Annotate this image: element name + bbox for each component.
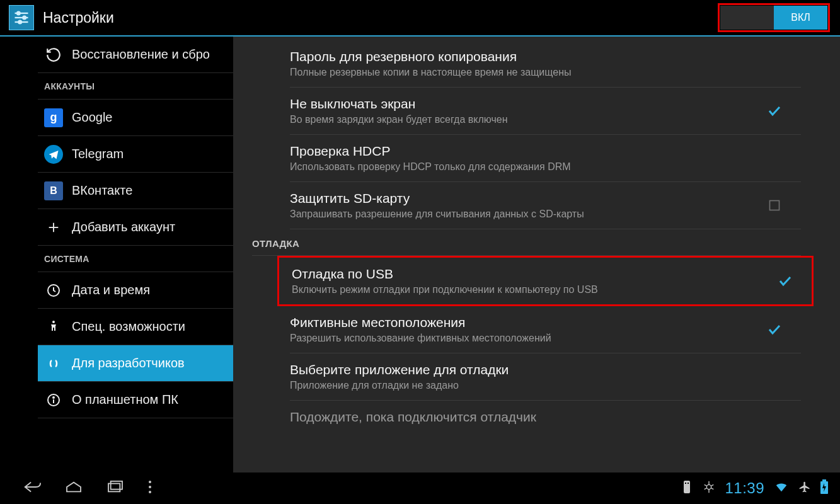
sidebar-item-label: О планшетном ПК [72,392,178,407]
option-select-debug-app[interactable]: Выберите приложение для отладки Приложен… [290,353,801,401]
svg-point-4 [23,16,26,20]
svg-rect-20 [688,483,689,484]
status-clock: 11:39 [725,479,764,497]
sidebar-item-telegram[interactable]: Telegram [38,136,233,173]
option-title: Отладка по USB [292,266,778,282]
google-icon: g [44,108,63,127]
sidebar-item-developer[interactable]: Для разработчиков [38,345,233,382]
checkbox-unchecked-icon[interactable] [767,198,782,213]
settings-sidebar: Восстановление и сбро АККАУНТЫ g Google … [0,37,233,472]
svg-point-21 [707,484,711,489]
svg-point-17 [149,491,151,493]
sidebar-item-recovery[interactable]: Восстановление и сбро [38,37,233,73]
dev-options-toggle[interactable]: ВКЛ [720,6,827,30]
section-label-debug: ОТЛАДКА [252,229,801,256]
svg-line-25 [711,488,714,490]
status-adb-icon [702,479,716,497]
option-subtitle: Запрашивать разрешение для считывания да… [290,209,767,220]
backup-restore-icon [44,45,63,64]
svg-line-27 [711,484,714,486]
sidebar-item-label: Telegram [72,147,124,161]
sidebar-item-add-account[interactable]: Добавить аккаунт [38,209,233,246]
sidebar-item-label: Спец. возможности [72,319,185,334]
status-airplane-icon [798,481,811,496]
developer-icon [44,354,63,373]
clock-icon [44,281,63,300]
nav-recent-button[interactable] [95,480,136,496]
status-usb-icon [681,479,693,497]
status-battery-charging-icon [820,479,829,497]
option-mock-locations[interactable]: Фиктивные местоположения Разрешить испол… [290,306,801,353]
option-subtitle: Полные резервные копии в настоящее время… [290,67,782,78]
option-subtitle: Включить режим отладки при подключении к… [292,284,778,295]
svg-point-15 [149,481,151,483]
svg-point-16 [149,486,151,488]
developer-options-panel: Пароль для резервного копирования Полные… [233,37,840,472]
sidebar-item-about[interactable]: О планшетном ПК [38,382,233,418]
svg-rect-29 [822,479,826,481]
option-subtitle: Разрешить использование фиктивных местоп… [290,333,767,344]
option-stay-awake[interactable]: Не выключать экран Во время зарядки экра… [290,88,801,135]
sidebar-category-accounts: АККАУНТЫ [38,73,233,100]
svg-point-5 [18,21,21,24]
sidebar-item-label: Google [72,110,113,125]
sidebar-item-label: Восстановление и сбро [72,47,210,62]
accessibility-icon [44,318,63,336]
settings-header: Настройки ВКЛ [0,0,840,37]
option-title: Не выключать экран [290,96,767,112]
option-subtitle: Использовать проверку HDCP только для со… [290,161,782,173]
option-title: Пароль для резервного копирования [290,49,782,64]
settings-app-icon [9,5,34,30]
checkbox-checked-icon[interactable] [767,103,782,118]
plus-icon [44,218,63,237]
option-title: Подождите, пока подключится отладчик [290,410,782,425]
svg-rect-19 [685,483,686,484]
info-icon [44,391,63,410]
telegram-icon [44,145,63,164]
sidebar-item-label: Дата и время [72,283,150,297]
option-usb-debugging[interactable]: Отладка по USB Включить режим отладки пр… [277,256,814,306]
nav-home-button[interactable] [53,480,95,496]
nav-back-button[interactable] [11,479,53,497]
svg-rect-18 [684,481,690,493]
nav-menu-button[interactable] [136,479,164,497]
option-wait-debugger[interactable]: Подождите, пока подключится отладчик [290,401,801,436]
option-title: Выберите приложение для отладки [290,362,782,377]
sidebar-item-label: ВКонтакте [72,183,132,198]
checkbox-checked-icon[interactable] [778,273,793,289]
sidebar-item-vk[interactable]: B ВКонтакте [38,173,233,209]
system-navbar: 11:39 [0,472,840,504]
option-subtitle: Во время зарядки экран будет всегда вклю… [290,114,767,125]
option-title: Фиктивные местоположения [290,315,767,330]
option-backup-password[interactable]: Пароль для резервного копирования Полные… [290,40,801,88]
sidebar-item-google[interactable]: g Google [38,100,233,136]
toggle-on-label: ВКЛ [774,6,827,30]
option-subtitle: Приложение для отладки не задано [290,380,782,391]
option-protect-sd[interactable]: Защитить SD-карту Запрашивать разрешение… [290,182,801,229]
sidebar-item-accessibility[interactable]: Спец. возможности [38,309,233,345]
dev-options-toggle-highlight: ВКЛ [718,3,830,32]
vk-icon: B [44,181,63,200]
option-title: Защитить SD-карту [290,191,767,206]
sidebar-item-label: Добавить аккаунт [72,220,175,234]
option-title: Проверка HDCP [290,144,782,159]
checkbox-checked-icon[interactable] [767,322,782,337]
page-title: Настройки [43,9,114,26]
svg-point-3 [17,12,20,15]
sidebar-category-system: СИСТЕМА [38,246,233,272]
status-wifi-icon [773,480,790,496]
option-hdcp[interactable]: Проверка HDCP Использовать проверку HDCP… [290,135,801,182]
sidebar-item-label: Для разработчиков [72,356,185,370]
sidebar-item-datetime[interactable]: Дата и время [38,272,233,309]
svg-rect-12 [770,201,780,210]
svg-line-26 [705,488,707,490]
svg-point-11 [53,397,54,398]
svg-line-24 [705,484,707,486]
